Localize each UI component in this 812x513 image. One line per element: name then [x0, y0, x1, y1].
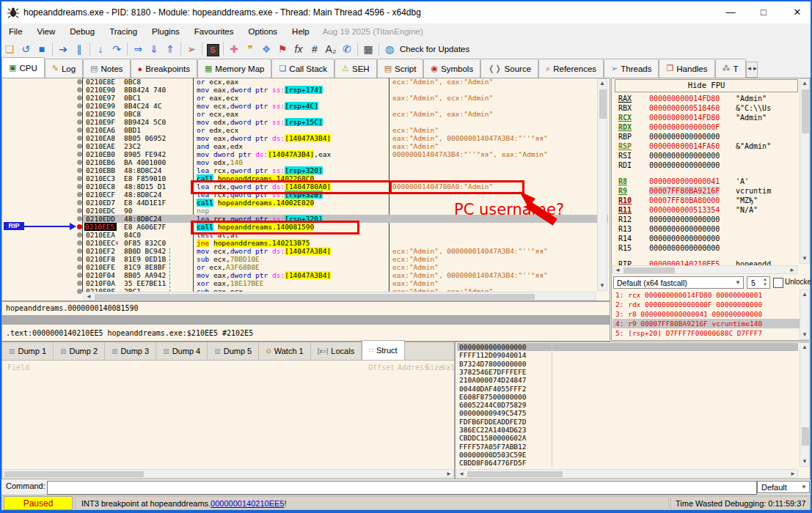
row-dot-icon[interactable]	[77, 95, 82, 100]
struct-hscrollbar[interactable]: ►	[2, 469, 454, 478]
check-for-updates-label[interactable]: Check for Updates	[400, 45, 469, 53]
tab-cpu[interactable]: ▣CPU	[1, 57, 45, 78]
tab-breakpoints[interactable]: ●Breakpoints	[131, 59, 197, 78]
tab-watch-1[interactable]: ⊙Watch 1	[259, 342, 311, 360]
register-row[interactable]: R110000000000513354"N/A"	[612, 205, 797, 215]
register-row[interactable]: R1000007FF80BA80000"MZђ"	[612, 196, 797, 205]
registers-vscrollbar[interactable]: ▲ ▼	[800, 78, 810, 264]
stack-row[interactable]: 00440DAF4055FFF2	[457, 385, 798, 393]
patches-icon[interactable]: ✚	[226, 42, 242, 56]
stack-row[interactable]: 60052244C0D75829	[457, 401, 798, 409]
tab-script[interactable]: ▤Script	[377, 59, 424, 78]
tab-dump-1[interactable]: ▥Dump 1	[2, 342, 54, 360]
disasm-row[interactable]: 0210E9D0BC8or ecx,eaxecx:"Admin", eax:"A…	[83, 110, 608, 118]
disasm-row[interactable]: 0210EEC∨0F85 832C0jne hopeanddreams.1402…	[83, 239, 608, 247]
row-dot-icon[interactable]	[77, 128, 82, 133]
tab-seh[interactable]: ⚠SEH	[334, 59, 377, 78]
argument-row[interactable]: 4: r9 00007FF80BA9216F vcruntime140	[612, 319, 801, 328]
command-input[interactable]	[47, 481, 757, 495]
row-dot-icon[interactable]	[77, 111, 82, 117]
stack-row[interactable]: CBDDC1580000602A	[457, 434, 798, 442]
tab-references[interactable]: ⌕References	[538, 59, 604, 78]
tab-dump-2[interactable]: ▥Dump 2	[54, 342, 105, 360]
tab-dump-5[interactable]: ▥Dump 5	[208, 342, 259, 360]
row-dot-icon[interactable]	[77, 184, 82, 189]
argument-row[interactable]: 1: rcx 000000000014FD80 00000000001	[612, 290, 801, 300]
args-vscrollbar[interactable]: ▲ ▼	[800, 289, 810, 340]
disasm-row[interactable]: 0210E9F8B9424 5C0mov edx,dword ptr ss:[r…	[83, 118, 608, 126]
step-over-icon[interactable]: ↷	[109, 42, 125, 56]
disasm-row[interactable]: 0210EA60BD1or edx,ecxecx:"Admin"	[83, 126, 608, 134]
row-dot-icon[interactable]	[77, 136, 82, 141]
tab-struct[interactable]: ∷Struct	[362, 340, 404, 360]
stack-hscrollbar[interactable]: ◄ ►	[456, 469, 798, 478]
functions-icon[interactable]: fx	[290, 42, 307, 56]
registers-hscrollbar[interactable]: ◄ ►	[612, 265, 797, 274]
tab-threads[interactable]: ➢Threads	[604, 59, 659, 78]
disasm-row[interactable]: 0210EBB48:8D8C24lea rcx,qword ptr ss:[rs…	[83, 166, 608, 174]
disasm-row[interactable]: 0210EAE23C2and eax,edxeax:"Admin"	[83, 142, 608, 150]
row-dot-icon[interactable]	[77, 168, 82, 173]
row-dot-icon[interactable]	[77, 256, 82, 262]
font-icon[interactable]: A₂	[323, 42, 339, 56]
register-row[interactable]: RBX0000000000518460&"C:\\Us	[612, 103, 797, 113]
disasm-row[interactable]: 0210EF28B0D BC942mov ecx,dword ptr ds:[1…	[83, 247, 608, 255]
stack-row[interactable]: B7324D7800000000	[457, 360, 798, 368]
breakpoint-dot-icon[interactable]	[77, 224, 82, 229]
disasm-vscrollbar[interactable]: ▲ ▼	[597, 78, 607, 291]
disasm-row[interactable]: 0210EB08905 FE942mov dword ptr ds:[14047…	[83, 150, 608, 158]
disasm-row[interactable]: 0210E998B4C24 4Cmov ecx,dword ptr ss:[rs…	[83, 102, 608, 110]
disasm-row[interactable]: 0210EF881E9 0ED1Bsub ecx,7BBD10Eecx:"Adm…	[83, 255, 608, 263]
stack-row[interactable]: 00000000D503C59E	[457, 451, 798, 459]
stack-row[interactable]: 0000000000000000	[457, 343, 798, 351]
run-icon[interactable]: ➔	[55, 42, 71, 56]
status-message-link[interactable]: 0000000140210EE5	[211, 499, 284, 508]
row-dot-icon[interactable]	[77, 152, 82, 157]
register-row[interactable]: R130000000000000000	[612, 224, 797, 234]
struct-panel[interactable]	[1, 342, 455, 479]
argument-row[interactable]: 3: r8 0000000000000041 000000000000	[612, 309, 801, 319]
row-dot-icon[interactable]	[77, 289, 82, 294]
stack-row[interactable]: CBDD8F064776FD5F	[457, 459, 798, 467]
register-row[interactable]: RDX000000000000000F	[612, 122, 797, 132]
disasm-row[interactable]: 0210E970BC1or eax,ecxeax:"Admin", ecx:"A…	[83, 94, 608, 102]
menu-debug[interactable]: Debug	[62, 27, 102, 36]
tab-log[interactable]: ✎Log	[45, 59, 83, 78]
disasm-row[interactable]: 0210E8E0BC8or ecx,eaxecx:"Admin", eax:"A…	[83, 78, 608, 86]
stack-vscrollbar[interactable]: ▲ ▼	[800, 342, 810, 467]
update-icon[interactable]: ◍	[381, 42, 398, 56]
row-dot-icon[interactable]	[77, 200, 82, 205]
stop-icon[interactable]: ■	[34, 42, 50, 56]
row-dot-icon[interactable]	[77, 281, 82, 286]
menu-options[interactable]: Options	[241, 27, 285, 36]
row-dot-icon[interactable]	[77, 119, 82, 125]
step-into-icon[interactable]: ↓	[92, 42, 109, 56]
tab-source[interactable]: ❬❭Source	[480, 59, 538, 78]
pause-icon[interactable]: ∥	[71, 42, 87, 56]
row-dot-icon[interactable]	[77, 240, 82, 246]
restart-icon[interactable]: ↺	[18, 42, 34, 56]
tab-symbols[interactable]: ◉Symbols	[423, 59, 480, 78]
calculator-icon[interactable]: ▦	[360, 42, 376, 56]
register-row[interactable]: RCX000000000014FD80"Admin"	[612, 113, 797, 122]
comments-icon[interactable]: ❞	[242, 42, 258, 56]
register-row[interactable]: R80000000000000041'A'	[612, 177, 797, 186]
tab-locals[interactable]: [x=|Locals	[311, 342, 362, 360]
menu-favourites[interactable]: Favourites	[187, 27, 241, 36]
debuggee-icon[interactable]: ✆	[339, 42, 355, 56]
register-row[interactable]: R140000000000000000	[612, 234, 797, 243]
row-dot-icon[interactable]	[77, 265, 82, 270]
step-out-icon[interactable]: ⇓	[146, 42, 162, 56]
row-dot-icon[interactable]	[77, 232, 82, 237]
stack-row[interactable]: 00000000949C5475	[457, 409, 798, 417]
minimize-button[interactable]: —	[724, 6, 737, 19]
stack-row[interactable]: FFFF112D09040014	[457, 351, 798, 359]
register-row[interactable]: R120000000000000000	[612, 215, 797, 224]
stack-row[interactable]: 386EC22A1404D623	[457, 426, 798, 434]
row-dot-icon[interactable]	[77, 273, 82, 278]
stack-row[interactable]: 210A000074D24847	[457, 376, 798, 384]
hide-fpu-button[interactable]: Hide FPU	[615, 79, 798, 92]
row-dot-icon[interactable]	[77, 216, 82, 221]
row-dot-icon[interactable]	[77, 248, 82, 254]
row-dot-icon[interactable]	[77, 176, 82, 181]
